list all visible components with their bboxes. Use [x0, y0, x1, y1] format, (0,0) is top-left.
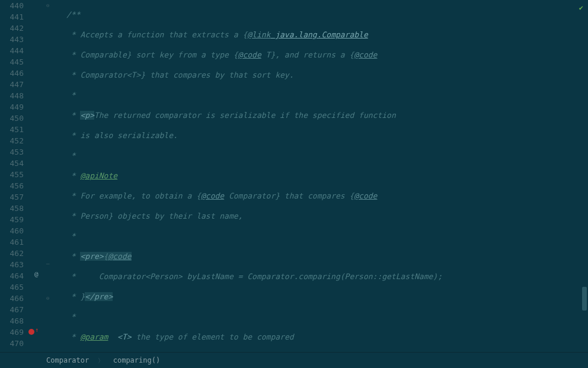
- line-number: 460: [0, 225, 24, 236]
- line-number: 442: [0, 23, 24, 34]
- line-number: 453: [0, 146, 24, 158]
- line-number: 459: [0, 214, 24, 225]
- chevron-right-icon: 〉: [98, 357, 104, 364]
- code-editor[interactable]: 4404414424434444454464474484494504514524…: [0, 0, 588, 352]
- line-number: 449: [0, 101, 24, 113]
- line-number: 468: [0, 315, 24, 327]
- line-number: 467: [0, 304, 24, 315]
- line-number: 470: [0, 338, 24, 349]
- breadcrumb[interactable]: Comparator 〉 comparing(): [0, 352, 588, 368]
- line-number: 471: [0, 349, 24, 352]
- line-number: 466: [0, 293, 24, 304]
- line-number: 462: [0, 248, 24, 259]
- line-number: 446: [0, 68, 24, 79]
- line-number-gutter: 4404414424434444454464474484494504514524…: [0, 0, 28, 352]
- line-number: 465: [0, 281, 24, 293]
- marker-column: @ ↑: [28, 0, 46, 352]
- line-number: 445: [0, 56, 24, 68]
- fold-end-icon: ─: [46, 259, 49, 270]
- line-number: 448: [0, 90, 24, 101]
- line-number: 443: [0, 34, 24, 45]
- line-number: 469: [0, 327, 24, 338]
- line-number: 456: [0, 180, 24, 191]
- fold-column: ⊖ ─ ⊖: [46, 0, 55, 352]
- line-number: 458: [0, 203, 24, 214]
- line-number: 452: [0, 135, 24, 146]
- line-number: 444: [0, 45, 24, 56]
- checkmark-icon[interactable]: ✔: [579, 4, 583, 12]
- breadcrumb-item[interactable]: comparing(): [113, 356, 160, 364]
- line-number: 463: [0, 259, 24, 270]
- breadcrumb-item[interactable]: Comparator: [46, 356, 89, 364]
- line-number: 454: [0, 158, 24, 169]
- line-number: 450: [0, 113, 24, 124]
- line-number: 440: [0, 0, 24, 11]
- code-text: /**: [66, 10, 80, 19]
- line-number: 464: [0, 270, 24, 281]
- fold-toggle-icon[interactable]: ⊖: [46, 0, 49, 11]
- breakpoint-arrow-icon: ↑: [35, 327, 39, 333]
- override-marker[interactable]: @: [34, 270, 39, 278]
- vertical-scrollbar[interactable]: [582, 287, 587, 311]
- line-number: 457: [0, 191, 24, 203]
- line-number: 455: [0, 169, 24, 180]
- line-number: 441: [0, 11, 24, 23]
- fold-toggle-icon[interactable]: ⊖: [46, 293, 49, 304]
- line-number: 461: [0, 236, 24, 248]
- breakpoint-icon[interactable]: [28, 329, 34, 335]
- code-area[interactable]: /** * Accepts a function that extracts a…: [55, 0, 588, 352]
- line-number: 447: [0, 79, 24, 90]
- line-number: 451: [0, 124, 24, 135]
